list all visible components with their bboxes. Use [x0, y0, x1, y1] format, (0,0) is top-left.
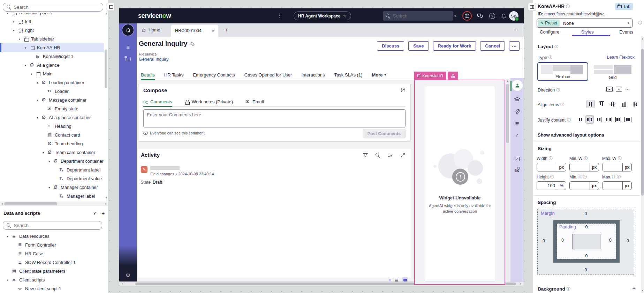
workspace-switcher[interactable]: HR Agent Workspace [294, 12, 351, 20]
panel-scrollbar[interactable] [641, 36, 644, 293]
workspace-home-button[interactable] [122, 24, 134, 36]
layout-type-grid-option[interactable]: Grid [593, 65, 632, 81]
tree-item[interactable]: Department container [0, 157, 104, 166]
scrollbar-thumb[interactable] [506, 84, 509, 143]
learn-flexbox-link[interactable]: Learn Flexbox [607, 55, 635, 60]
nav-more-icon[interactable] [277, 13, 282, 18]
info-icon[interactable] [617, 174, 621, 180]
info-icon[interactable] [566, 4, 570, 9]
tree-item[interactable]: KoreaiWidget 1 [0, 52, 104, 61]
tree-item[interactable]: Loading container [0, 78, 104, 87]
data-tree-item[interactable]: Data resources [0, 232, 105, 241]
sizing-field-unit[interactable]: px [622, 182, 631, 190]
tree-expand-arrow-icon[interactable] [37, 116, 41, 119]
tree-expand-arrow-icon[interactable] [13, 20, 18, 23]
tree-expand-arrow-icon[interactable] [48, 186, 53, 189]
scroll-right-icon[interactable] [519, 282, 522, 286]
align-items-start-button[interactable] [597, 100, 606, 108]
tree-item[interactable]: Manager label [0, 192, 104, 200]
inbox-tray-icon[interactable] [119, 57, 137, 62]
scroll-left-icon[interactable] [121, 282, 124, 286]
panel-tab[interactable]: Events [617, 29, 633, 35]
record-tab[interactable]: Cases Opened for User [244, 69, 292, 80]
help-icon[interactable]: ? [487, 11, 497, 21]
tree-item[interactable]: Main [0, 69, 104, 78]
tree-expand-arrow-icon[interactable] [19, 37, 24, 41]
attachment-paperclip-icon[interactable] [510, 109, 524, 114]
tree-item[interactable]: At a glance container [0, 113, 104, 122]
panel-tab[interactable]: Configure [538, 29, 559, 35]
info-icon[interactable] [583, 174, 587, 180]
compose-settings-icon[interactable] [400, 88, 406, 93]
record-action-button[interactable]: Cancel [480, 41, 505, 51]
sort-icon[interactable] [388, 153, 393, 158]
tree-item[interactable]: Empty state [0, 104, 104, 113]
content-vertical-scrollbar[interactable] [506, 79, 509, 282]
align-items-baseline-button[interactable] [631, 100, 639, 108]
tree-expand-arrow-icon[interactable] [37, 81, 41, 85]
tree-item[interactable]: Manager container [0, 183, 104, 192]
scroll-up-icon[interactable] [506, 79, 509, 83]
compose-tab[interactable]: Comments [143, 97, 172, 106]
sizing-field-input[interactable] [603, 182, 622, 190]
justify-space-around-button[interactable] [614, 115, 622, 124]
select-parent-button[interactable] [448, 72, 458, 80]
expand-icon[interactable] [401, 153, 405, 158]
data-tree-item[interactable]: New client script 1 [0, 284, 105, 293]
record-action-button[interactable]: Save [408, 41, 429, 51]
tree-item[interactable]: Resizable panes [0, 8, 104, 17]
sizing-field-input[interactable] [537, 163, 557, 171]
selected-component-badge[interactable]: KoreAA-HR [414, 72, 446, 80]
comment-input[interactable] [143, 109, 406, 127]
scrollbar-thumb[interactable] [4, 202, 57, 205]
info-icon[interactable] [548, 55, 552, 60]
tree-expand-arrow-icon[interactable] [7, 278, 12, 282]
tree-item[interactable]: right [0, 26, 104, 35]
info-icon[interactable] [618, 156, 622, 161]
sizing-field-input[interactable] [537, 182, 557, 190]
tree-item[interactable]: left [0, 17, 104, 26]
record-more-actions-button[interactable] [509, 41, 520, 51]
tree-expand-arrow-icon[interactable] [25, 46, 30, 50]
direction-more-icon[interactable] [625, 87, 630, 92]
info-icon[interactable] [560, 102, 564, 107]
sizing-field-unit[interactable]: % [557, 182, 566, 190]
tag-icon[interactable] [190, 42, 195, 46]
sizing-field-unit[interactable]: px [590, 163, 599, 171]
padding-bottom-value[interactable]: 0 [557, 254, 616, 258]
tree-item[interactable]: At a glance [0, 61, 104, 69]
scrollbar-thumb[interactable] [641, 49, 644, 196]
tree-horizontal-scrollbar[interactable] [0, 202, 108, 206]
justify-center-button[interactable] [585, 115, 594, 124]
justify-end-button[interactable] [595, 115, 603, 124]
search-options-icon[interactable] [454, 14, 456, 18]
gear-icon[interactable] [119, 272, 137, 279]
agent-assist-icon[interactable] [512, 80, 523, 91]
add-data-resource-button[interactable] [101, 210, 105, 216]
favorite-star-icon[interactable] [343, 14, 347, 19]
tree-expand-arrow-icon[interactable] [43, 151, 47, 154]
menu-icon[interactable] [119, 44, 137, 51]
tree-item[interactable]: Message container [0, 96, 104, 104]
data-tree-item[interactable]: Form Controller [0, 241, 105, 249]
data-tree-item[interactable]: Client scripts [0, 276, 105, 284]
globe-icon[interactable] [462, 11, 472, 21]
scroll-down-icon[interactable] [641, 289, 644, 292]
compose-tab[interactable]: Work notes (Private) [185, 97, 233, 106]
data-search[interactable] [3, 221, 102, 230]
justify-start-button[interactable] [576, 115, 584, 124]
direction-row-icon[interactable] [606, 87, 613, 92]
tree-expand-arrow-icon[interactable] [48, 160, 53, 163]
info-icon[interactable] [567, 117, 571, 123]
scrollbar-thumb[interactable] [105, 50, 107, 88]
justify-space-between-button[interactable] [604, 115, 613, 124]
record-action-button[interactable]: Ready for Work [433, 41, 476, 51]
record-tab[interactable]: Details [141, 69, 155, 80]
record-tab[interactable]: HR Tasks [164, 69, 183, 80]
tree-item[interactable]: Department label [0, 166, 104, 174]
check-icon[interactable] [510, 133, 524, 138]
info-icon[interactable] [556, 87, 560, 93]
scroll-right-icon[interactable] [104, 202, 108, 206]
tree-item[interactable]: Department value [0, 174, 104, 183]
data-tree-item[interactable]: SOW Record Controller 1 [0, 258, 105, 267]
